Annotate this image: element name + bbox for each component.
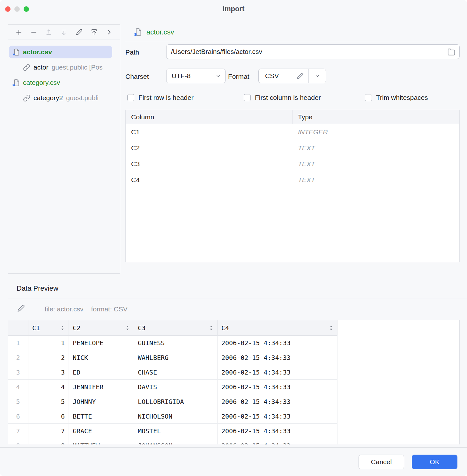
column-type[interactable]: INTEGER xyxy=(293,124,459,140)
cell: 2006-02-15 4:34:33 xyxy=(218,336,337,350)
table-row: 2 2 NICK WAHLBERG 2006-02-15 4:34:33 xyxy=(8,350,459,365)
column-name[interactable]: C2 xyxy=(126,140,293,156)
column-header-label: C3 xyxy=(138,324,145,332)
cell: GUINESS xyxy=(134,336,218,350)
columns-mapping-table: Column Type C1 INTEGER C2 TEXT C3 TEXT C… xyxy=(125,110,460,262)
column-name[interactable]: C1 xyxy=(126,124,293,140)
titlebar: Import xyxy=(0,0,467,18)
tree-mapping-detail: guest.publi xyxy=(66,94,99,102)
tree-mapping-detail: guest.public [Pos xyxy=(52,63,103,71)
new-file-icon xyxy=(134,28,143,36)
sort-icon xyxy=(209,325,213,331)
table-row[interactable]: C4 TEXT xyxy=(126,172,459,188)
row-number: 2 xyxy=(8,350,28,365)
format-dropdown-button[interactable] xyxy=(308,69,326,83)
column-header-sortable[interactable]: C3 xyxy=(134,320,218,336)
ok-button[interactable]: OK xyxy=(412,455,457,469)
export-icon[interactable] xyxy=(90,28,98,36)
tree-item-file[interactable]: category.csv xyxy=(9,75,120,90)
row-number: 7 xyxy=(8,424,28,438)
dialog-footer: Cancel OK xyxy=(0,447,467,476)
path-input[interactable] xyxy=(167,45,459,59)
format-value: CSV xyxy=(265,72,279,80)
cancel-button[interactable]: Cancel xyxy=(359,455,404,469)
cell: LOLLOBRIGIDA xyxy=(134,394,218,409)
table-row: 5 5 JOHNNY LOLLOBRIGIDA 2006-02-15 4:34:… xyxy=(8,394,459,409)
folder-icon[interactable] xyxy=(447,48,456,56)
format-control: CSV xyxy=(258,69,326,83)
option-trim-whitespaces[interactable]: Trim whitespaces xyxy=(365,94,428,101)
column-header-sortable[interactable]: C2 xyxy=(69,320,134,336)
cell: NICK xyxy=(69,350,134,365)
tree-mapping-label: actor xyxy=(33,63,48,71)
tree-item-mapping[interactable]: actor guest.public [Pos xyxy=(9,60,120,75)
cell: NICHOLSON xyxy=(134,409,218,424)
path-field[interactable] xyxy=(166,44,460,59)
current-file-header: actor.csv xyxy=(134,28,174,36)
path-label: Path xyxy=(125,48,139,57)
cell: 2006-02-15 4:34:33 xyxy=(218,409,337,424)
column-header-label: C2 xyxy=(73,324,80,332)
checkbox[interactable] xyxy=(365,94,372,101)
sort-icon xyxy=(125,325,130,331)
add-icon[interactable] xyxy=(15,28,23,36)
column-header-label: C1 xyxy=(32,324,40,332)
table-row: 4 4 JENNIFER DAVIS 2006-02-15 4:34:33 xyxy=(8,380,459,394)
chevron-down-icon xyxy=(215,73,225,79)
preview-divider xyxy=(8,299,467,299)
header-divider xyxy=(125,42,460,42)
cell: MOSTEL xyxy=(134,424,218,438)
sort-icon xyxy=(329,325,333,331)
tree-file-label: actor.csv xyxy=(23,48,52,56)
cell: JENNIFER xyxy=(69,380,134,394)
table-row[interactable]: C2 TEXT xyxy=(126,140,459,156)
table-row: 8 8 MATTHEW JOHANSSON 2006-02-15 4:34:33 xyxy=(8,438,459,444)
sources-tree: actor.csv actor guest.public [Pos ca xyxy=(8,40,120,106)
window-title: Import xyxy=(0,0,467,18)
format-label: Format xyxy=(228,72,249,81)
row-number: 3 xyxy=(8,365,28,380)
cell: CHASE xyxy=(134,365,218,380)
format-edit-button[interactable]: CSV xyxy=(259,69,308,83)
column-name[interactable]: C4 xyxy=(126,172,293,188)
link-icon xyxy=(23,94,30,102)
checkbox[interactable] xyxy=(244,94,251,101)
column-header-sortable[interactable]: C1 xyxy=(28,320,69,336)
cell: 1 xyxy=(28,336,69,350)
row-number: 6 xyxy=(8,409,28,424)
tree-file-label: category.csv xyxy=(23,79,60,86)
cell: 2 xyxy=(28,350,69,365)
column-header-sortable[interactable]: C4 xyxy=(218,320,337,336)
option-first-row-header[interactable]: First row is header xyxy=(127,94,194,101)
cell: 6 xyxy=(28,409,69,424)
cell: BETTE xyxy=(69,409,134,424)
current-file-title: actor.csv xyxy=(146,28,174,36)
table-row[interactable]: C3 TEXT xyxy=(126,156,459,172)
column-type[interactable]: TEXT xyxy=(293,172,459,188)
cell: 2006-02-15 4:34:33 xyxy=(218,365,337,380)
option-first-column-header[interactable]: First column is header xyxy=(244,94,321,101)
chevron-right-icon[interactable] xyxy=(105,28,113,36)
tree-item-mapping[interactable]: category2 guest.publi xyxy=(9,90,120,106)
column-header-label: C4 xyxy=(221,324,229,332)
tree-item-file[interactable]: actor.csv xyxy=(9,44,120,60)
preview-header-row: C1 C2 C3 C4 xyxy=(8,320,459,336)
checkbox[interactable] xyxy=(127,94,134,101)
edit-icon[interactable] xyxy=(75,28,83,36)
checkbox-label: First column is header xyxy=(255,94,321,101)
charset-label: Charset xyxy=(125,72,149,81)
cell: JOHANSSON xyxy=(134,438,218,444)
column-name[interactable]: C3 xyxy=(126,156,293,172)
cell: DAVIS xyxy=(134,380,218,394)
pencil-icon xyxy=(17,304,25,313)
cell: WAHLBERG xyxy=(134,350,218,365)
column-type[interactable]: TEXT xyxy=(293,156,459,172)
column-type[interactable]: TEXT xyxy=(293,140,459,156)
row-number: 4 xyxy=(8,380,28,394)
cell: ED xyxy=(69,365,134,380)
table-row[interactable]: C1 INTEGER xyxy=(126,124,459,140)
remove-icon[interactable] xyxy=(30,28,38,36)
cell: 2006-02-15 4:34:33 xyxy=(218,438,337,444)
charset-select[interactable]: UTF-8 xyxy=(166,69,226,83)
sources-panel: actor.csv actor guest.public [Pos ca xyxy=(8,24,120,274)
